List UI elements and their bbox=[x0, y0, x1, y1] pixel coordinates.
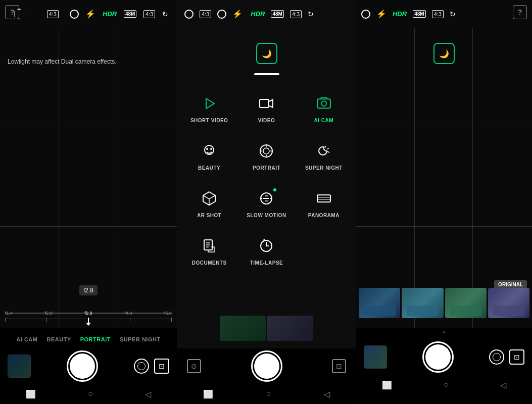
svg-marker-2 bbox=[269, 99, 273, 108]
aspect-ratio2-center[interactable]: 4:3 bbox=[290, 10, 302, 18]
gallery-card-2[interactable] bbox=[402, 288, 443, 318]
aperture-track[interactable]: f1.4 f2.0 f2.8 f4.0 f5.6 bbox=[5, 313, 172, 314]
documents-label: DOCUMENTS bbox=[192, 260, 227, 266]
nav-home-center[interactable]: ⬜ bbox=[203, 389, 213, 399]
hdr-icon-right[interactable]: HDR bbox=[393, 10, 407, 18]
mode-timelapse[interactable]: TIME-LAPSE bbox=[239, 228, 294, 273]
hdr-icon-center[interactable]: HDR bbox=[251, 10, 265, 18]
aperture-marker bbox=[86, 323, 91, 326]
aperture-tick-2: f2.0 bbox=[45, 311, 53, 316]
slow-motion-label: SLOW MOTION bbox=[247, 213, 286, 218]
night-icon-right[interactable]: 🌙 bbox=[433, 43, 455, 64]
flash-icon-right[interactable]: ⚡ bbox=[376, 9, 386, 19]
nav-back-center[interactable]: ◁ bbox=[324, 389, 330, 399]
flash-icon-left[interactable]: ⚡ bbox=[85, 9, 95, 19]
lens2-icon-center[interactable] bbox=[217, 10, 226, 19]
mode-ai-cam[interactable]: AI CAM bbox=[297, 86, 351, 131]
focus-icon-left[interactable] bbox=[134, 359, 149, 374]
mode-tab-supernight[interactable]: SUPER NIGHT bbox=[120, 336, 161, 342]
mode-panorama[interactable]: PANORAMA bbox=[297, 181, 351, 226]
aperture-tick-1: f1.4 bbox=[5, 311, 13, 316]
aspect-ratio-center[interactable]: 4:3 bbox=[200, 10, 211, 18]
center-bottom-controls: ⊙ ⊡ ⬜ ○ ◁ bbox=[177, 348, 356, 404]
svg-point-4 bbox=[321, 101, 326, 106]
timelapse-label: TIME-LAPSE bbox=[250, 260, 283, 266]
nav-circle-right[interactable]: ○ bbox=[444, 380, 449, 389]
car-shape-4 bbox=[493, 306, 524, 316]
panorama-label: PANORAMA bbox=[308, 213, 340, 218]
gallery-thumb-left[interactable] bbox=[8, 355, 31, 378]
ai-cam-label: AI CAM bbox=[314, 118, 334, 123]
nav-home-left[interactable]: ⬜ bbox=[26, 389, 36, 399]
right-phone-panel: ? ⚡ HDR 48M 4:3 ↻ 🌙 ORIGINAL bbox=[356, 0, 532, 404]
mode-slow-motion[interactable]: SLOW MOTION bbox=[239, 181, 294, 226]
gallery-card-1[interactable] bbox=[359, 288, 400, 318]
gallery-thumb-right[interactable] bbox=[364, 345, 387, 369]
hdr-icon-left[interactable]: HDR bbox=[103, 10, 117, 18]
mode-tab-aicam[interactable]: AI CAM bbox=[16, 336, 37, 342]
gallery-thumbnail-img-right bbox=[364, 346, 386, 368]
nav-circle-center[interactable]: ○ bbox=[266, 389, 271, 398]
aperture-slider-left[interactable]: f2.8 f1.4 f2.0 f2.8 f4.0 f5.6 bbox=[0, 300, 177, 326]
mode-super-night[interactable]: SUPER NIGHT bbox=[297, 133, 351, 178]
night-icon-center[interactable]: 🌙 bbox=[256, 43, 277, 64]
mode-ar-shot[interactable]: AR SHOT bbox=[182, 181, 236, 226]
slow-motion-icon bbox=[256, 188, 276, 209]
refresh-icon-right[interactable]: ↻ bbox=[450, 10, 456, 18]
slow-motion-active-dot bbox=[273, 188, 276, 191]
mode-short-video[interactable]: SHORT VIDEO bbox=[182, 86, 236, 131]
shutter-button-left[interactable] bbox=[67, 350, 98, 382]
lens-icon-left[interactable] bbox=[70, 10, 79, 19]
svg-rect-18 bbox=[317, 195, 330, 202]
aperture-tick-3: f2.8 bbox=[84, 311, 92, 316]
gallery-card-3[interactable] bbox=[445, 288, 487, 318]
aspect-ratio-right[interactable]: 4:3 bbox=[432, 10, 444, 18]
center-panel: 4:3 ⚡ HDR 48M 4:3 ↻ 🌙 SHORT VIDEO bbox=[177, 0, 356, 404]
settings-icon-left[interactable]: ⊡ bbox=[154, 359, 169, 374]
shutter-inner-right bbox=[425, 344, 451, 370]
bottom-controls-right: ⌃ ⊡ ⬜ ○ ◁ bbox=[356, 328, 532, 404]
mode-arrow-right: ⌃ bbox=[356, 328, 532, 339]
svg-rect-3 bbox=[317, 99, 330, 108]
gallery-card-4[interactable] bbox=[488, 288, 529, 318]
svg-point-7 bbox=[206, 148, 208, 150]
nav-bar-center: ⬜ ○ ◁ bbox=[177, 384, 356, 404]
mode-documents[interactable]: DOCUMENTS bbox=[182, 228, 236, 273]
nav-circle-left[interactable]: ○ bbox=[88, 389, 93, 398]
drag-handle[interactable] bbox=[254, 73, 279, 75]
thumb2 bbox=[267, 316, 313, 341]
mp-badge-left[interactable]: 48M bbox=[124, 10, 136, 18]
aspect-ratio2-icon-left[interactable]: 4:3 bbox=[143, 10, 155, 18]
camera-body-icon-center[interactable]: ⊙ bbox=[187, 359, 201, 373]
aperture-tick-5: f5.6 bbox=[164, 311, 172, 316]
shutter-button-center[interactable] bbox=[251, 350, 282, 382]
nav-home-right[interactable]: ⬜ bbox=[382, 380, 392, 390]
lens-icon-right[interactable] bbox=[361, 10, 370, 19]
focus-icon-right[interactable] bbox=[489, 349, 504, 365]
nav-back-right[interactable]: ◁ bbox=[500, 380, 506, 390]
mp-badge-center[interactable]: 48M bbox=[271, 10, 283, 18]
mode-tab-beauty[interactable]: BEAUTY bbox=[46, 336, 71, 342]
thumb1 bbox=[220, 316, 266, 341]
aspect-ratio-icon-left[interactable]: 4:3 bbox=[47, 10, 59, 18]
toolbar-right: ⚡ HDR 48M 4:3 ↻ bbox=[356, 0, 532, 28]
hex-camera-icon-left[interactable] bbox=[14, 9, 25, 20]
toolbar-center: 4:3 ⚡ HDR 48M 4:3 ↻ bbox=[177, 0, 356, 28]
flash-icon-center[interactable]: ⚡ bbox=[232, 9, 243, 19]
mp-badge-right[interactable]: 48M bbox=[413, 10, 425, 18]
shutter-button-right[interactable] bbox=[422, 341, 454, 373]
mode-portrait[interactable]: PORTRAIT bbox=[239, 133, 294, 178]
refresh-icon-center[interactable]: ↻ bbox=[308, 10, 314, 18]
mode-tab-portrait[interactable]: PORTRAIT bbox=[80, 336, 111, 342]
mode-video[interactable]: VIDEO bbox=[239, 86, 294, 131]
settings-icon-right[interactable]: ⊡ bbox=[509, 349, 524, 365]
settings-icon-center[interactable]: ⊡ bbox=[332, 359, 346, 373]
right-icons-right: ⊡ bbox=[489, 349, 524, 365]
nav-back-left[interactable]: ◁ bbox=[145, 389, 151, 399]
shutter-row-left: ⊡ bbox=[0, 348, 177, 384]
svg-marker-0 bbox=[206, 98, 214, 109]
shutter-inner-left bbox=[70, 354, 95, 379]
refresh-icon-left[interactable]: ↻ bbox=[162, 10, 168, 18]
lens-icon-center[interactable] bbox=[184, 10, 194, 19]
mode-beauty[interactable]: BEAUTY bbox=[182, 133, 236, 178]
